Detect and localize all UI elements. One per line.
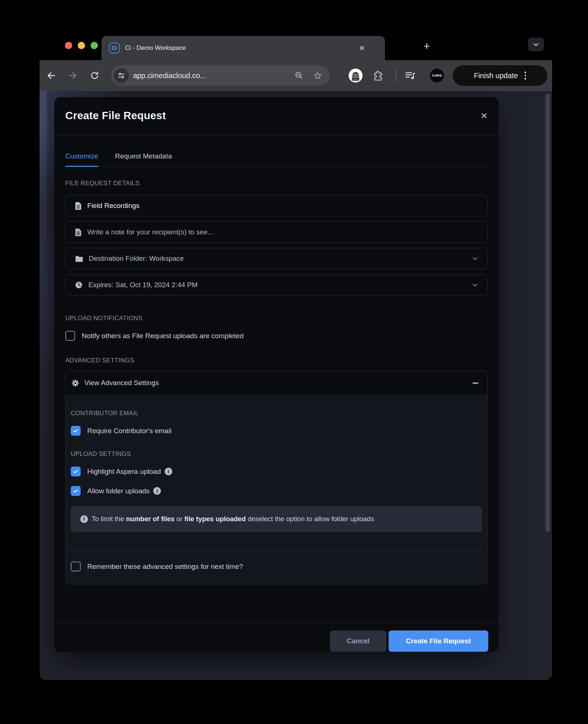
address-bar[interactable]: app.cimediacloud.co...	[111, 65, 330, 86]
notify-others-label: Notify others as File Request uploads ar…	[82, 332, 243, 340]
destination-folder-value: Destination Folder: Workspace	[89, 255, 184, 263]
note-placeholder: Write a note for your recipient(s) to se…	[87, 228, 213, 236]
zoom-out-icon	[294, 71, 304, 80]
remember-settings-label: Remember these advanced settings for nex…	[87, 563, 243, 571]
check-icon	[73, 488, 79, 494]
panel-divider	[71, 551, 482, 551]
advanced-settings-heading: ADVANCED SETTINGS	[65, 357, 488, 364]
avatar-extension-icon	[349, 69, 363, 83]
url-text: app.cimediacloud.co...	[133, 72, 286, 80]
tab-title: Ci - Demo Workspace	[125, 44, 186, 52]
extension-avatar-button[interactable]	[349, 69, 363, 83]
contributor-email-heading: CONTRIBUTOR EMAIL	[71, 410, 482, 417]
require-email-label: Require Contributor's email	[87, 427, 172, 435]
notify-others-checkbox[interactable]	[65, 331, 75, 341]
chevron-down-icon	[472, 282, 478, 288]
toolbar-separator	[396, 70, 396, 81]
folder-uploads-label: Allow folder uploads	[87, 487, 150, 495]
new-tab-button[interactable]: +	[420, 40, 433, 53]
info-note-text: To limit the number of files or file typ…	[92, 515, 374, 523]
upload-notifications-heading: UPLOAD NOTIFICATIONS	[65, 315, 488, 322]
browser-tab[interactable]: Ci Ci - Demo Workspace ×	[102, 36, 385, 60]
clock-icon	[75, 281, 82, 289]
tab-request-metadata[interactable]: Request Metadata	[115, 152, 172, 166]
page-scrollbar[interactable]	[545, 94, 550, 532]
modal-body: FILE REQUEST DETAILS Field Recordings	[54, 167, 499, 622]
tab-search-chevron-button[interactable]	[528, 37, 544, 51]
advanced-settings-panel: View Advanced Settings CONTRIBUTOR EMAIL	[65, 371, 488, 584]
profile-avatar[interactable]: CHRS	[430, 69, 444, 83]
folder-uploads-info-note: i To limit the number of files or file t…	[71, 506, 482, 532]
traffic-zoom-button[interactable]	[91, 42, 98, 49]
document-icon	[75, 202, 81, 210]
forward-button[interactable]	[66, 68, 80, 83]
finish-update-label: Finish update	[474, 72, 518, 80]
browser-menu-icon[interactable]	[525, 72, 526, 80]
folder-uploads-row: Allow folder uploads i	[71, 486, 482, 496]
playlist-music-icon	[404, 70, 416, 81]
page-background: Create File Request × Customize Request …	[40, 91, 552, 680]
chevron-down-icon	[472, 255, 478, 262]
extensions-menu-button[interactable]	[372, 69, 384, 81]
aspera-label: Highlight Aspera upload	[87, 468, 161, 476]
destination-folder-select[interactable]: Destination Folder: Workspace	[65, 248, 488, 269]
browser-window: Ci Ci - Demo Workspace × +	[40, 27, 552, 680]
view-advanced-settings-toggle[interactable]: View Advanced Settings	[66, 371, 487, 395]
screenshot-canvas: Ci Ci - Demo Workspace × +	[0, 0, 588, 724]
check-icon	[73, 428, 79, 434]
browser-toolbar: app.cimediacloud.co...	[40, 60, 552, 91]
modal-tabs: Customize Request Metadata	[65, 135, 488, 167]
create-file-request-button[interactable]: Create File Request	[389, 630, 488, 652]
cancel-button[interactable]: Cancel	[330, 630, 386, 652]
expires-select[interactable]: Expires: Sat, Oct 19, 2024 2:44 PM	[65, 274, 488, 296]
modal-header: Create File Request ×	[54, 97, 499, 135]
expires-value: Expires: Sat, Oct 19, 2024 2:44 PM	[88, 281, 198, 289]
note-input[interactable]: Write a note for your recipient(s) to se…	[65, 222, 488, 243]
bookmark-star-button[interactable]	[313, 71, 323, 81]
remember-settings-row: Remember these advanced settings for nex…	[71, 562, 482, 571]
modal-close-icon[interactable]: ×	[481, 111, 488, 121]
media-control-button[interactable]	[404, 70, 416, 81]
traffic-minimize-button[interactable]	[78, 42, 85, 49]
request-name-value: Field Recordings	[87, 202, 140, 210]
aspera-row: Highlight Aspera upload i	[71, 467, 482, 476]
info-icon: i	[80, 515, 88, 523]
folder-icon	[75, 256, 83, 262]
traffic-close-button[interactable]	[65, 42, 72, 49]
collapse-minus-icon[interactable]	[473, 383, 478, 384]
tab-strip: Ci Ci - Demo Workspace × +	[40, 27, 552, 60]
ci-favicon-icon: Ci	[109, 43, 120, 54]
aspera-checkbox[interactable]	[71, 467, 81, 476]
chevron-down-icon	[532, 40, 540, 48]
remember-settings-checkbox[interactable]	[71, 562, 81, 571]
gear-icon	[71, 379, 79, 387]
folder-uploads-checkbox[interactable]	[71, 486, 81, 496]
view-advanced-settings-label: View Advanced Settings	[84, 379, 159, 387]
back-button[interactable]	[44, 68, 58, 83]
forward-arrow-icon	[67, 70, 78, 81]
zoom-out-button[interactable]	[294, 71, 304, 80]
request-name-input[interactable]: Field Recordings	[65, 195, 488, 216]
puzzle-icon	[372, 69, 384, 81]
back-arrow-icon	[45, 70, 56, 81]
upload-settings-heading: UPLOAD SETTINGS	[71, 450, 482, 458]
tab-customize[interactable]: Customize	[65, 152, 98, 166]
notify-others-row: Notify others as File Request uploads ar…	[65, 331, 488, 341]
modal-footer: Cancel Create File Request	[54, 622, 499, 652]
tab-close-icon[interactable]: ×	[359, 44, 364, 52]
create-file-request-modal: Create File Request × Customize Request …	[54, 97, 499, 652]
page-gradient-edge	[40, 91, 47, 503]
document-icon	[75, 228, 81, 236]
site-settings-icon	[117, 72, 125, 80]
site-settings-button[interactable]	[114, 68, 129, 83]
check-icon	[73, 468, 79, 475]
finish-update-button[interactable]: Finish update	[453, 65, 547, 86]
modal-title: Create File Request	[65, 110, 166, 122]
info-icon[interactable]: i	[153, 487, 161, 495]
advanced-settings-body: CONTRIBUTOR EMAIL Require Contributor's …	[66, 395, 487, 584]
reload-button[interactable]	[87, 68, 102, 83]
require-email-checkbox[interactable]	[71, 426, 81, 436]
require-email-row: Require Contributor's email	[71, 426, 482, 436]
star-icon	[313, 71, 323, 81]
info-icon[interactable]: i	[165, 468, 172, 475]
